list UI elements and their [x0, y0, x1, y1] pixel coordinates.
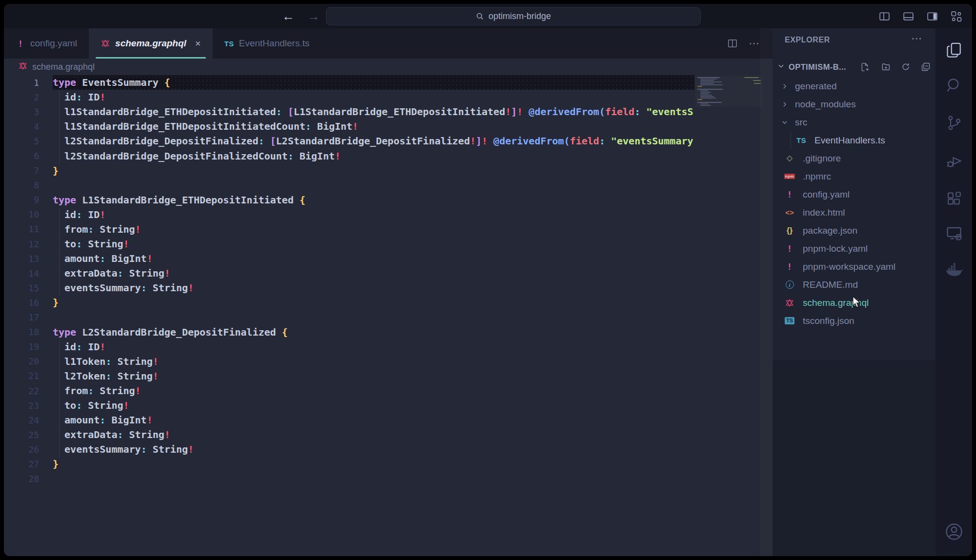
- code-line-25[interactable]: 25 extraData: String!: [4, 427, 694, 442]
- code-line-28[interactable]: 28: [4, 472, 694, 486]
- line-number: 11: [4, 224, 53, 234]
- tab-label: EventHandlers.ts: [239, 38, 310, 49]
- code-line-3[interactable]: 3 l1StandardBridge_ETHDepositInitiated: …: [4, 104, 694, 119]
- line-number: 14: [4, 268, 53, 279]
- chevron-down-icon: [777, 62, 785, 72]
- code-line-13[interactable]: 13 amount: BigInt!: [4, 251, 694, 266]
- line-number: 19: [4, 341, 53, 352]
- code-line-11[interactable]: 11 from: String!: [4, 222, 694, 237]
- code-line-16[interactable]: 16}: [4, 295, 694, 310]
- activity-extensions-icon[interactable]: [946, 190, 962, 207]
- activity-remote-explorer-icon[interactable]: [945, 224, 963, 242]
- bang-icon: !: [16, 39, 25, 49]
- tree-file-pnpm-lock.yaml[interactable]: !pnpm-lock.yaml: [773, 240, 935, 258]
- tab-EventHandlers.ts[interactable]: TSEventHandlers.ts: [213, 28, 322, 59]
- tab-close-icon[interactable]: ×: [195, 38, 201, 49]
- tree-folder-src[interactable]: src: [773, 113, 935, 131]
- code-line-14[interactable]: 14 extraData: String!: [4, 266, 694, 280]
- explorer-more-actions[interactable]: ⋯: [911, 32, 922, 45]
- project-root-row[interactable]: OPTIMISM-B...: [773, 58, 935, 76]
- code-line-20[interactable]: 20 l1Token: String!: [4, 354, 694, 369]
- code-text: l1StandardBridge_ETHDepositInitiated: [L…: [53, 106, 693, 118]
- sidebar-header: EXPLORER ⋯: [773, 28, 935, 54]
- line-number: 24: [4, 415, 53, 425]
- code-text: extraData: String!: [53, 267, 170, 279]
- command-center-search[interactable]: optimism-bridge: [326, 7, 701, 25]
- customize-layout-icon[interactable]: [950, 10, 962, 22]
- code-line-5[interactable]: 5 l2StandardBridge_DepositFinalized: [L2…: [4, 134, 694, 148]
- code-line-8[interactable]: 8: [4, 178, 694, 193]
- tab-schema.graphql[interactable]: schema.graphql×: [89, 28, 212, 59]
- line-number: 9: [4, 195, 53, 205]
- code-line-18[interactable]: 18type L2StandardBridge_DepositFinalized…: [4, 325, 694, 340]
- code-line-23[interactable]: 23 to: String!: [4, 398, 694, 413]
- tree-file-index.html[interactable]: <>index.html: [773, 203, 935, 221]
- tree-folder-node_modules[interactable]: node_modules: [773, 95, 935, 113]
- code-line-19[interactable]: 19 id: ID!: [4, 340, 694, 354]
- code-line-6[interactable]: 6 l2StandardBridge_DepositFinalizedCount…: [4, 148, 694, 163]
- mouse-cursor: [851, 296, 862, 310]
- activity-explorer-icon[interactable]: [945, 41, 963, 59]
- chevron-right-icon: [781, 83, 788, 90]
- history-forward-button[interactable]: →: [307, 10, 320, 22]
- new-folder-icon[interactable]: [880, 62, 891, 72]
- activity-search-icon[interactable]: [945, 77, 963, 94]
- tree-file-README.md[interactable]: iREADME.md: [773, 276, 935, 294]
- code-line-22[interactable]: 22 from: String!: [4, 383, 694, 398]
- toggle-panel-bottom-icon[interactable]: [902, 10, 915, 22]
- code-line-24[interactable]: 24 amount: BigInt!: [4, 413, 694, 427]
- toggle-panel-left-icon[interactable]: [878, 10, 891, 22]
- tree-file-EventHandlers.ts[interactable]: TSEventHandlers.ts: [773, 131, 935, 149]
- code-text: to: String!: [53, 238, 129, 250]
- code-editor[interactable]: 1type EventsSummary {2 id: ID!3 l1Standa…: [4, 75, 773, 556]
- tree-file-.npmrc[interactable]: npm.npmrc: [773, 167, 935, 185]
- tree-item-label: node_modules: [795, 99, 856, 110]
- git-icon: [784, 155, 795, 162]
- activity-run-debug-icon[interactable]: [945, 152, 963, 170]
- code-line-26[interactable]: 26 eventsSummary: String!: [4, 442, 694, 457]
- collapse-all-icon[interactable]: [921, 62, 931, 72]
- split-editor-icon[interactable]: [727, 38, 738, 49]
- tree-item-label: .npmrc: [803, 171, 831, 182]
- ellipsis-icon[interactable]: ⋯: [749, 37, 760, 50]
- code-line-9[interactable]: 9type L1StandardBridge_ETHDepositInitiat…: [4, 193, 694, 207]
- history-back-button[interactable]: ←: [282, 10, 295, 22]
- code-line-2[interactable]: 2 id: ID!: [4, 90, 694, 104]
- tab-config.yaml[interactable]: !config.yaml: [4, 28, 89, 59]
- tree-item-label: package.json: [803, 225, 857, 236]
- graphql-icon: [784, 299, 795, 307]
- breadcrumb[interactable]: schema.graphql: [4, 59, 773, 75]
- tree-file-.gitignore[interactable]: .gitignore: [773, 149, 935, 167]
- code-line-10[interactable]: 10 id: ID!: [4, 207, 694, 222]
- line-number: 20: [4, 356, 53, 366]
- code-line-1[interactable]: 1type EventsSummary {: [4, 75, 694, 90]
- tree-folder-generated[interactable]: generated: [773, 77, 935, 95]
- code-line-27[interactable]: 27}: [4, 457, 694, 471]
- activity-account-icon[interactable]: [944, 522, 964, 541]
- code-line-12[interactable]: 12 to: String!: [4, 237, 694, 251]
- code-text: to: String!: [53, 400, 129, 411]
- activity-docker-icon[interactable]: [945, 261, 963, 278]
- tree-file-config.yaml[interactable]: !config.yaml: [773, 185, 935, 203]
- line-number: 22: [4, 386, 53, 396]
- line-number: 10: [4, 209, 53, 220]
- editor-group: !config.yaml schema.graphql×TSEventHandl…: [4, 28, 773, 556]
- tree-file-pnpm-workspace.yaml[interactable]: !pnpm-workspace.yaml: [773, 258, 935, 276]
- tree-file-tsconfig.json[interactable]: TStsconfig.json: [773, 312, 935, 330]
- tree-file-package.json[interactable]: {}package.json: [773, 221, 935, 240]
- code-line-15[interactable]: 15 eventsSummary: String!: [4, 280, 694, 295]
- code-line-17[interactable]: 17: [4, 310, 694, 325]
- refresh-icon[interactable]: [901, 62, 911, 72]
- chevron-right-icon: [781, 101, 788, 108]
- vscode-window: ← → optimism-bridge: [4, 4, 972, 556]
- toggle-panel-right-icon[interactable]: [926, 10, 938, 22]
- new-file-icon[interactable]: [860, 62, 870, 72]
- editor-scrollbar[interactable]: [760, 28, 773, 556]
- search-value: optimism-bridge: [488, 11, 551, 21]
- minimap[interactable]: [695, 76, 763, 107]
- code-line-4[interactable]: 4 l1StandardBridge_ETHDepositInitiatedCo…: [4, 119, 694, 134]
- code-line-21[interactable]: 21 l2Token: String!: [4, 369, 694, 383]
- line-number: 3: [4, 107, 53, 117]
- code-line-7[interactable]: 7}: [4, 163, 694, 178]
- activity-source-control-icon[interactable]: [946, 115, 962, 131]
